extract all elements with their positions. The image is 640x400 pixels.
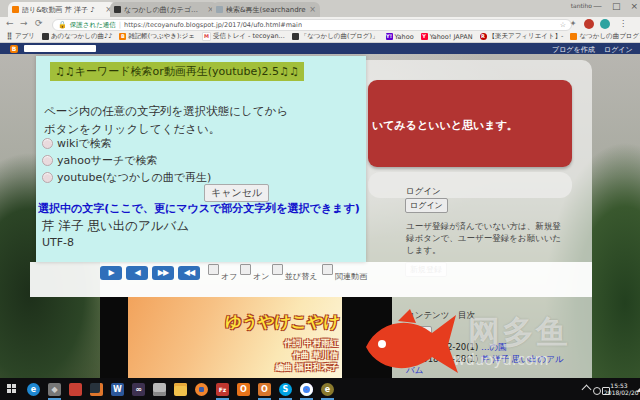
volume-icon[interactable] bbox=[593, 387, 601, 395]
bookmark-apps[interactable]: ⣿アプリ bbox=[6, 32, 35, 41]
play-button[interactable]: ▶ bbox=[100, 266, 122, 280]
start-button[interactable] bbox=[7, 384, 17, 394]
yahoo-icon: Y! bbox=[386, 33, 393, 40]
address-bar[interactable]: 🔒 保護された通信 | https://tecoyanufo.blogspot.… bbox=[52, 19, 572, 31]
clock-date: 2018/02/20 bbox=[604, 389, 634, 396]
running-indicator bbox=[300, 398, 313, 400]
navbar-search-input[interactable] bbox=[24, 45, 96, 52]
radio-label: yahooサーチで検索 bbox=[57, 153, 157, 168]
create-blog-link[interactable]: ブログを作成 bbox=[552, 45, 595, 55]
navbar-login-link[interactable]: ログイン bbox=[604, 45, 633, 55]
tab-close-icon[interactable]: × bbox=[309, 5, 316, 14]
gmail-icon: M bbox=[202, 32, 211, 41]
photos-icon[interactable] bbox=[90, 383, 103, 396]
globe-favicon bbox=[216, 6, 223, 13]
radio-label: wikiで検索 bbox=[57, 136, 112, 151]
bookmark-item[interactable]: 「なつかしの曲(ブログ)」 bbox=[292, 32, 379, 41]
video-credit-line: 作詞 中村雨紅 bbox=[200, 338, 338, 350]
reload-icon[interactable]: ⟳ bbox=[35, 18, 43, 28]
fish-logo-icon bbox=[358, 307, 478, 382]
encoding-label: UTF-8 bbox=[42, 236, 74, 249]
cancel-button[interactable]: キャンセル bbox=[204, 184, 269, 202]
extension-icon[interactable] bbox=[584, 19, 594, 29]
minimize-icon[interactable]: — bbox=[593, 1, 602, 11]
youtube-play-option[interactable]: youtube(なつかしの曲で再生) bbox=[42, 170, 211, 185]
login-button[interactable]: ログイン bbox=[405, 198, 448, 213]
rewind-button[interactable]: ◀◀ bbox=[178, 266, 200, 280]
rakuten-icon: R bbox=[480, 33, 487, 40]
taskbar-clock[interactable]: 15:53 2018/02/20 bbox=[604, 382, 634, 396]
radio-button-icon[interactable] bbox=[42, 172, 53, 183]
3d-objects-icon[interactable]: ◆ bbox=[48, 383, 61, 396]
chrome-profile-label[interactable]: tantiho bbox=[571, 2, 592, 9]
previous-button[interactable]: ◀ bbox=[126, 266, 148, 280]
browser-tab-2[interactable]: なつかしの曲(カテゴリータ × bbox=[110, 2, 218, 17]
off-checkbox[interactable] bbox=[208, 264, 219, 275]
app-icon[interactable]: O bbox=[237, 383, 250, 396]
edge-dark-icon[interactable]: e bbox=[321, 383, 334, 396]
sort-checkbox[interactable] bbox=[272, 264, 283, 275]
tray-chevron-icon[interactable] bbox=[582, 385, 592, 395]
watermark-domain: wduoyu.com bbox=[453, 351, 549, 369]
maximize-icon[interactable]: □ bbox=[612, 1, 621, 11]
windows-taskbar: e ◆ W ∞ Fz O O S e 15:53 2018/02/20 bbox=[0, 378, 640, 400]
yahoo-search-option[interactable]: yahooサーチで検索 bbox=[42, 153, 157, 168]
back-icon[interactable]: ← bbox=[6, 18, 14, 28]
watermark-text: 网多鱼 bbox=[468, 311, 570, 355]
video-song-title: ゆうやけこやけ bbox=[179, 312, 340, 333]
running-indicator bbox=[216, 398, 229, 400]
edge-icon[interactable]: e bbox=[27, 383, 40, 396]
popup-instructions: ページ内の任意の文字列を選択状態にしてから bbox=[44, 104, 288, 119]
on-checkbox[interactable] bbox=[240, 264, 251, 275]
watermark: 网多鱼 wduoyu.com bbox=[358, 305, 588, 380]
browser-toolbar: ← → ⟳ 🔒 保護された通信 | https://tecoyanufo.blo… bbox=[0, 17, 640, 32]
related-videos-checkbox[interactable] bbox=[322, 264, 333, 275]
site-favicon bbox=[114, 6, 121, 13]
printer-icon[interactable] bbox=[153, 383, 166, 396]
wiki-search-option[interactable]: wikiで検索 bbox=[42, 136, 112, 151]
firefox-icon[interactable] bbox=[195, 383, 208, 396]
window-controls: — □ × bbox=[593, 1, 638, 11]
popup-instructions: ボタンをクリックしてください。 bbox=[44, 122, 220, 137]
fast-forward-button[interactable]: ▶▶ bbox=[152, 266, 174, 280]
extension-icon[interactable]: ✦ bbox=[568, 19, 578, 29]
bookmark-item[interactable]: YYahoo! JAPAN bbox=[421, 33, 473, 41]
running-indicator bbox=[279, 398, 292, 400]
close-icon[interactable]: × bbox=[630, 1, 638, 11]
bookmark-item[interactable]: R【楽天アフィリエイト】- bbox=[480, 32, 564, 41]
action-center-icon[interactable] bbox=[636, 386, 640, 392]
blogger-favicon bbox=[12, 6, 19, 13]
bookmark-item[interactable]: Y!Yahoo bbox=[386, 33, 414, 41]
browser-tab-3[interactable]: 検索&再生(searchandre × bbox=[212, 2, 320, 17]
extension-icon[interactable] bbox=[600, 19, 610, 29]
radio-button-icon[interactable] bbox=[42, 155, 53, 166]
checkbox-label: 関連動画 bbox=[335, 271, 367, 282]
chrome-icon[interactable] bbox=[300, 383, 313, 396]
bookmark-item[interactable]: なつかしの曲ブログク... bbox=[570, 32, 640, 41]
register-help-text: ユーザ登録が済んでいない方は、新規登録ボタンで、ユーザー登録をお願いいたします。 bbox=[406, 220, 566, 256]
bookmark-item[interactable]: B雑記帳(つぶやき):ジェ bbox=[119, 32, 195, 41]
file-explorer-icon[interactable] bbox=[174, 383, 187, 396]
skype-icon[interactable]: S bbox=[279, 383, 292, 396]
blogger-logo-icon[interactable]: B bbox=[10, 45, 18, 53]
bookmarks-bar: ⣿アプリ あのなつかしの曲♪♪ B雑記帳(つぶやき):ジェ M受信トレイ - t… bbox=[0, 31, 640, 43]
app-icon[interactable] bbox=[69, 383, 82, 396]
menu-dots-icon[interactable]: ⋮ bbox=[618, 19, 628, 29]
browser-tab-1[interactable]: 語り&歌動画 芹 洋子 ♪ × bbox=[8, 2, 116, 17]
camera-icon[interactable]: ∞ bbox=[132, 383, 145, 396]
clock-time: 15:53 bbox=[604, 382, 634, 389]
bookmark-star-icon[interactable]: ☆ bbox=[560, 21, 566, 29]
video-credit-line: 作曲 草川信 bbox=[200, 350, 338, 362]
radio-button-icon[interactable] bbox=[42, 138, 53, 149]
filezilla-icon[interactable]: Fz bbox=[216, 383, 229, 396]
forward-icon[interactable]: → bbox=[20, 18, 28, 28]
page-favicon bbox=[42, 33, 49, 40]
bookmark-item[interactable]: M受信トレイ - tecoyan... bbox=[202, 32, 285, 41]
word-icon[interactable]: W bbox=[111, 383, 124, 396]
bookmark-item[interactable]: あのなつかしの曲♪♪ bbox=[42, 32, 112, 41]
selected-text[interactable]: 芹 洋子 思い出のアルバム bbox=[42, 218, 189, 235]
outlook-icon[interactable]: O bbox=[258, 383, 271, 396]
popup-title: ♫♫キーワード検索or動画再生(youtube)2.5♫♫ bbox=[50, 62, 304, 81]
url-separator: | bbox=[119, 21, 121, 29]
running-indicator bbox=[321, 398, 334, 400]
